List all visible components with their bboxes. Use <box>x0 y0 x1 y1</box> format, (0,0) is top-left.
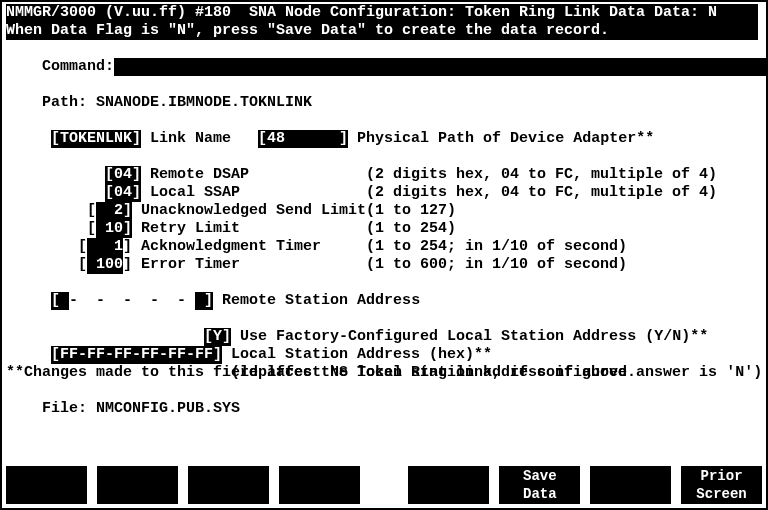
footer-note: **Changes made to this field affect NS T… <box>6 364 636 382</box>
remote-dsap-label: Remote DSAP <box>141 166 366 184</box>
path-value: SNANODE.IBMNODE.TOKNLINK <box>96 94 312 112</box>
retry-limit-hint: (1 to 254) <box>366 220 456 238</box>
fkey-save-line1: Save <box>523 467 557 485</box>
remote-dsap-hint: (2 digits hex, 04 to FC, multiple of 4) <box>366 166 717 184</box>
fkey-1[interactable] <box>6 466 87 504</box>
retry-limit-field[interactable]: 10] <box>96 220 132 238</box>
unack-open: [ <box>87 202 96 220</box>
ack-timer-label: Acknowledgment Timer <box>132 238 366 256</box>
fkey-save-line2: Data <box>523 485 557 503</box>
unack-send-field[interactable]: 2] <box>96 202 132 220</box>
fkey-3[interactable] <box>188 466 269 504</box>
fkey-prior-line2: Screen <box>696 485 746 503</box>
phys-path-label: Physical Path of Device Adapter** <box>348 130 654 148</box>
local-ssap-hint: (2 digits hex, 04 to FC, multiple of 4) <box>366 184 717 202</box>
use-factory-label: Use Factory-Configured Local Station Add… <box>231 328 708 346</box>
title-line-2: When Data Flag is "N", press "Save Data"… <box>6 22 758 40</box>
remote-addr-label: Remote Station Address <box>213 292 420 310</box>
title-line-1: NMMGR/3000 (V.uu.ff) #180 SNA Node Confi… <box>6 4 758 22</box>
ack-timer-hint: (1 to 254; in 1/10 of second) <box>366 238 627 256</box>
err-timer-label: Error Timer <box>132 256 366 274</box>
fkey-4[interactable] <box>279 466 360 504</box>
ack-open: [ <box>78 238 87 256</box>
local-ssap-label: Local SSAP <box>141 184 366 202</box>
local-addr-label: Local Station Address (hex)** <box>222 346 492 364</box>
command-input[interactable] <box>114 58 768 76</box>
link-name-label: Link Name <box>141 130 258 148</box>
fkey-2[interactable] <box>97 466 178 504</box>
terminal-screen: NMMGR/3000 (V.uu.ff) #180 SNA Node Confi… <box>0 0 768 510</box>
remote-dsap-field[interactable]: [04] <box>105 166 141 184</box>
fkey-prior-line1: Prior <box>701 467 743 485</box>
err-timer-field[interactable]: 100 <box>87 256 123 274</box>
ack-close: ] <box>123 238 132 256</box>
unack-send-hint: (1 to 127) <box>366 202 456 220</box>
local-ssap-field[interactable]: [04] <box>105 184 141 202</box>
err-timer-hint: (1 to 600; in 1/10 of second) <box>366 256 627 274</box>
err-close: ] <box>123 256 132 274</box>
path-label: Path: <box>42 94 96 112</box>
ack-timer-field[interactable]: 1 <box>87 238 123 256</box>
remote-addr-close: ] <box>195 292 213 310</box>
retry-limit-label: Retry Limit <box>132 220 366 238</box>
link-name-field[interactable]: [TOKENLNK] <box>51 130 141 148</box>
unack-send-label: Unacknowledged Send Limit <box>132 202 366 220</box>
fkey-7[interactable] <box>590 466 671 504</box>
fkey-prior-screen[interactable]: Prior Screen <box>681 466 762 504</box>
remote-addr-field[interactable]: - - - - - <box>69 292 195 310</box>
function-key-bar: Save Data Prior Screen <box>6 466 762 504</box>
retry-open: [ <box>87 220 96 238</box>
fkey-save-data[interactable]: Save Data <box>499 466 580 504</box>
phys-path-field[interactable]: [48 ] <box>258 130 348 148</box>
file-value: NMCONFIG.PUB.SYS <box>96 400 240 418</box>
use-factory-field[interactable]: [Y] <box>204 328 231 346</box>
command-label: Command: <box>42 58 114 76</box>
err-open: [ <box>78 256 87 274</box>
remote-addr-open: [ <box>51 292 69 310</box>
fkey-5[interactable] <box>408 466 489 504</box>
local-addr-field[interactable]: [FF-FF-FF-FF-FF-FF] <box>51 346 222 364</box>
file-label: File: <box>42 400 96 418</box>
